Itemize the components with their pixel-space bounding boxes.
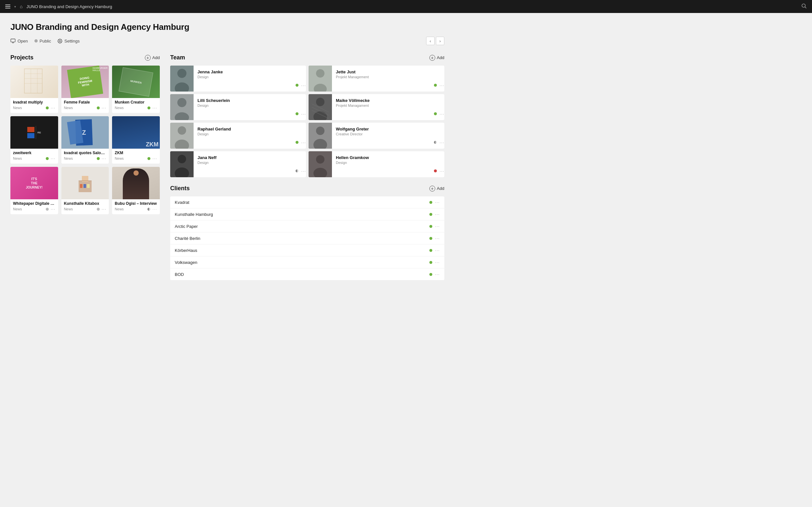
team-card[interactable]: Raphael Gerland Design ··· bbox=[170, 123, 306, 149]
project-card[interactable]: Bubu Ogisi – Interview News ··· bbox=[112, 167, 160, 214]
client-status-row: ··· bbox=[429, 260, 440, 265]
team-menu-dots[interactable]: ··· bbox=[440, 140, 444, 145]
team-menu-dots[interactable]: ··· bbox=[301, 111, 306, 117]
project-status-row: ··· bbox=[46, 207, 56, 212]
client-row[interactable]: Charité Berlin ··· bbox=[170, 232, 444, 244]
project-card[interactable]: RE zweitwerk News ··· bbox=[10, 116, 58, 164]
avatar bbox=[170, 123, 194, 149]
team-menu-dots[interactable]: ··· bbox=[440, 168, 444, 174]
status-dot bbox=[429, 237, 432, 240]
team-card[interactable]: Hellen Gramkow Design ··· bbox=[309, 151, 444, 177]
team-card[interactable]: Jette Just Projekt Management ··· bbox=[309, 66, 444, 92]
clients-add-button[interactable]: + Add bbox=[429, 186, 444, 191]
team-add-icon: + bbox=[429, 55, 435, 61]
status-dot bbox=[429, 273, 432, 276]
client-row[interactable]: Kvadrat ··· bbox=[170, 196, 444, 208]
status-dot bbox=[46, 107, 49, 109]
project-menu-dots[interactable]: ··· bbox=[102, 207, 107, 212]
nav-forward-button[interactable]: › bbox=[436, 37, 444, 45]
project-name: Bubu Ogisi – Interview bbox=[115, 201, 157, 206]
status-dot bbox=[296, 141, 299, 144]
client-menu-dots[interactable]: ··· bbox=[435, 212, 440, 217]
team-status-row: ··· bbox=[198, 83, 306, 88]
project-info: Bubu Ogisi – Interview News ··· bbox=[112, 199, 160, 214]
project-name: Femme Fatale bbox=[64, 100, 107, 105]
nav-arrows: ‹ › bbox=[426, 37, 444, 45]
open-button[interactable]: Open bbox=[10, 38, 28, 44]
projects-add-button[interactable]: + Add bbox=[145, 55, 160, 61]
project-status-row: ··· bbox=[97, 156, 107, 161]
nav-back-button[interactable]: ‹ bbox=[426, 37, 435, 45]
client-row[interactable]: KörberHaus ··· bbox=[170, 244, 444, 257]
team-menu-dots[interactable]: ··· bbox=[440, 111, 444, 117]
team-menu-dots[interactable]: ··· bbox=[301, 83, 306, 88]
client-menu-dots[interactable]: ··· bbox=[435, 236, 440, 241]
team-menu-dots[interactable]: ··· bbox=[301, 140, 306, 145]
client-menu-dots[interactable]: ··· bbox=[435, 260, 440, 265]
settings-label: Settings bbox=[64, 39, 80, 44]
public-button[interactable]: Public bbox=[35, 39, 51, 44]
layout-row: Projects + Add bbox=[10, 54, 444, 280]
team-card[interactable]: Maike Völlmecke Projekt Managament ··· bbox=[309, 94, 444, 120]
project-card[interactable]: ZKM ZKM News ··· bbox=[112, 116, 160, 164]
team-member-role: Design bbox=[198, 161, 306, 165]
projects-section: Projects + Add bbox=[10, 54, 160, 280]
status-dot bbox=[429, 249, 432, 252]
client-row[interactable]: Volkswagen ··· bbox=[170, 257, 444, 269]
team-member-name: Wolfgang Greter bbox=[336, 127, 444, 131]
search-icon[interactable] bbox=[801, 3, 807, 10]
project-menu-dots[interactable]: ··· bbox=[102, 105, 107, 110]
status-dot bbox=[434, 112, 437, 115]
project-info: Whitepaper Digitale Candidate... News ··… bbox=[10, 199, 58, 214]
project-card[interactable]: IT'STHEJOURNEY! Whitepaper Digitale Cand… bbox=[10, 167, 58, 214]
status-dot bbox=[46, 208, 49, 211]
team-member-name: Jenna Janke bbox=[198, 69, 306, 74]
project-card[interactable]: kvadrat multiply News ··· bbox=[10, 66, 58, 113]
team-card[interactable]: Jenna Janke Design ··· bbox=[170, 66, 306, 92]
client-menu-dots[interactable]: ··· bbox=[435, 248, 440, 253]
settings-button[interactable]: Settings bbox=[57, 39, 80, 44]
project-meta-row: News ··· bbox=[13, 105, 56, 110]
clients-add-icon: + bbox=[429, 186, 435, 191]
team-info: Jette Just Projekt Management ··· bbox=[336, 67, 444, 91]
avatar bbox=[170, 94, 194, 120]
svg-point-19 bbox=[177, 69, 187, 78]
team-status-row: ··· bbox=[336, 168, 444, 174]
project-type: News bbox=[115, 207, 124, 211]
project-card[interactable]: MUNKEN Munken Creator News ··· bbox=[112, 66, 160, 113]
team-title: Team bbox=[170, 54, 185, 61]
project-menu-dots[interactable]: ··· bbox=[102, 156, 107, 161]
project-menu-dots[interactable]: ··· bbox=[152, 207, 157, 212]
client-menu-dots[interactable]: ··· bbox=[435, 272, 440, 277]
project-menu-dots[interactable]: ··· bbox=[51, 105, 56, 110]
project-menu-dots[interactable]: ··· bbox=[152, 105, 157, 110]
client-row[interactable]: BOD ··· bbox=[170, 269, 444, 280]
menu-icon[interactable] bbox=[5, 5, 10, 8]
avatar bbox=[170, 151, 194, 177]
client-menu-dots[interactable]: ··· bbox=[435, 224, 440, 229]
clients-add-label: Add bbox=[437, 186, 444, 191]
client-row[interactable]: Kunsthalle Hamburg ··· bbox=[170, 208, 444, 220]
project-card[interactable]: DOINGFEMINISMWITH HAMBURGERHALLE Femme F… bbox=[61, 66, 109, 113]
project-card[interactable]: Kunsthalle Kitabox News ··· bbox=[61, 167, 109, 214]
team-menu-dots[interactable]: ··· bbox=[301, 168, 306, 174]
team-member-name: Jette Just bbox=[336, 69, 444, 74]
project-menu-dots[interactable]: ··· bbox=[152, 156, 157, 161]
client-menu-dots[interactable]: ··· bbox=[435, 200, 440, 205]
status-dot bbox=[147, 157, 150, 160]
project-menu-dots[interactable]: ··· bbox=[51, 207, 56, 212]
team-card[interactable]: Wolfgang Greter Creative Director ··· bbox=[309, 123, 444, 149]
client-row[interactable]: Arctic Paper ··· bbox=[170, 220, 444, 232]
project-menu-dots[interactable]: ··· bbox=[51, 156, 56, 161]
status-dot bbox=[296, 169, 299, 172]
project-card[interactable]: Z kvadrat quotes Salone del ... News ··· bbox=[61, 116, 109, 164]
project-status-row: ··· bbox=[97, 105, 107, 110]
status-dot bbox=[434, 84, 437, 87]
team-card[interactable]: Lilli Scheuerlein Design ··· bbox=[170, 94, 306, 120]
project-thumbnail: RE bbox=[10, 116, 58, 149]
status-dot bbox=[429, 261, 432, 264]
team-card[interactable]: Jana Neff Design ··· bbox=[170, 151, 306, 177]
team-add-button[interactable]: + Add bbox=[429, 55, 444, 61]
svg-point-22 bbox=[316, 69, 324, 77]
team-menu-dots[interactable]: ··· bbox=[440, 83, 444, 88]
